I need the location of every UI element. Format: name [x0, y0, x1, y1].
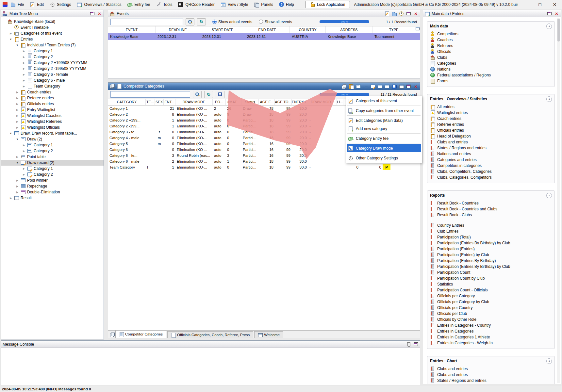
- item-entries-in-categories-1-athlete[interactable]: Entries in Categories 1 Athlete: [430, 334, 552, 340]
- context-menu-item-edit-categories-main-data[interactable]: Edit categories (Main data): [347, 116, 421, 124]
- item-waitinglist-entries[interactable]: Waitinglist entries: [430, 110, 552, 116]
- column-header-entry-f[interactable]: ENTRY F...: [292, 99, 308, 105]
- paste-icon[interactable]: [349, 84, 354, 89]
- item-states-regions-and-entries[interactable]: States / Regions and entries: [430, 145, 552, 151]
- expand-arrow-icon[interactable]: ▶: [22, 50, 26, 53]
- item-entries-in-categories-weigh-in[interactable]: Entries in Categories - Weigh-In: [430, 340, 552, 346]
- lock-application-button[interactable]: Lock Application: [306, 1, 350, 8]
- item-officials-per-category[interactable]: Officials per Category: [430, 293, 552, 299]
- maximize-panel-icon[interactable]: [90, 11, 95, 16]
- events-search-button[interactable]: [186, 18, 194, 25]
- expand-arrow-icon[interactable]: ▶: [22, 79, 26, 82]
- tree-item-event-timetable[interactable]: Event Timetable: [1, 24, 104, 30]
- collapse-section-button[interactable]: »: [546, 24, 552, 29]
- expand-arrow-icon[interactable]: ▶: [15, 120, 19, 123]
- tree-item-category-2[interactable]: ▶Category 2: [1, 172, 104, 177]
- item-participation-count-by-club[interactable]: Participation Count by Club: [430, 275, 552, 281]
- item-participation-entries-by-club[interactable]: Participation (Entries) by Club: [430, 252, 552, 258]
- tab-competitor-categories[interactable]: Competitor Categories: [115, 330, 166, 338]
- categories-search-input[interactable]: [110, 91, 190, 98]
- categories-refresh-button[interactable]: [204, 91, 213, 98]
- item-result-book-countries-and-clubs[interactable]: Result Book - Countries and Clubs: [430, 206, 552, 212]
- tree-item-category-2[interactable]: ▶Category 2: [1, 148, 104, 154]
- expand-arrow-icon[interactable]: ▶: [15, 126, 19, 129]
- item-forms[interactable]: Forms: [430, 78, 552, 84]
- tree-item-category-1[interactable]: ▶Category 1: [1, 48, 104, 54]
- book-icon[interactable]: [392, 84, 397, 89]
- item-result-book-countries[interactable]: Result Book - Countries: [430, 200, 552, 206]
- item-result-book-clubs[interactable]: Result Book - Clubs: [430, 212, 552, 218]
- maximize-button[interactable]: □: [533, 0, 547, 9]
- categories-save-button[interactable]: [216, 91, 224, 98]
- draw-window-icon[interactable]: [356, 84, 361, 89]
- expand-arrow-icon[interactable]: ▶: [22, 56, 26, 58]
- expand-arrow-icon[interactable]: ▶: [15, 114, 19, 117]
- expand-arrow-icon[interactable]: ▶: [15, 179, 19, 182]
- column-header-deadline[interactable]: DEADLINE: [156, 26, 200, 33]
- item-officials-by-other-role[interactable]: Officials by Other Role: [430, 317, 552, 322]
- item-competitors[interactable]: Competitors: [430, 31, 552, 37]
- tab-officials-categories-coach-referee-press[interactable]: Officials Categories, Coach, Referee, Pr…: [167, 331, 253, 338]
- expand-arrow-icon[interactable]: ▶: [9, 197, 13, 200]
- collapse-arrow-icon[interactable]: ▼: [15, 161, 19, 164]
- item-coach-entries[interactable]: Coach entries: [430, 116, 552, 122]
- menu-qrcode-reader[interactable]: QRCode Reader: [175, 0, 217, 9]
- pool-table-icon[interactable]: [377, 84, 382, 89]
- item-officials-per-club[interactable]: Officials per Club: [430, 311, 552, 317]
- tree-item-category-6-male[interactable]: ▶Category 6 - male: [1, 77, 104, 83]
- item-coaches[interactable]: Coaches: [430, 37, 552, 43]
- event-row[interactable]: Knowledge Base2023.12.312023.12.312023.1…: [108, 33, 420, 40]
- collapse-arrow-icon[interactable]: ▼: [15, 44, 19, 47]
- item-entries-in-categories[interactable]: Entries in Categories: [430, 328, 552, 334]
- item-states-regions-and-entries[interactable]: States / Regions and entries: [430, 378, 552, 384]
- column-header-start-date[interactable]: START DATE: [200, 26, 245, 33]
- context-menu-item-copy-categories-from-other-event[interactable]: Copy categories from other event: [347, 106, 421, 115]
- tree-item-knowledge-base-local[interactable]: Knowledge Base (local): [1, 19, 104, 24]
- tree-item-draw-record-2[interactable]: ▼Draw record (2): [1, 160, 104, 166]
- collapse-section-button[interactable]: »: [546, 193, 552, 198]
- tree-item-double-elimination[interactable]: ▶Double-Elimination: [1, 189, 104, 195]
- timetable-icon[interactable]: [399, 11, 404, 16]
- item-club-entries[interactable]: Club Entries: [430, 228, 552, 234]
- expand-arrow-icon[interactable]: ▶: [15, 97, 19, 100]
- item-country-entries[interactable]: Country Entries: [430, 222, 552, 228]
- menu-file[interactable]: File: [8, 0, 27, 9]
- radio-show-all-events[interactable]: Show all events: [259, 20, 292, 24]
- tree-item-waitinglist-officials[interactable]: ▶Waitinglist Officials: [1, 124, 104, 130]
- tree-item-waitinglist-coaches[interactable]: ▶Waitinglist Coaches: [1, 113, 104, 119]
- item-referee-entries[interactable]: Referee entries: [430, 122, 552, 127]
- close-panel-icon[interactable]: [97, 11, 102, 16]
- tree-item-category-2[interactable]: ▶Category 2: [1, 54, 104, 60]
- grid-icon[interactable]: [385, 84, 389, 89]
- expand-arrow-icon[interactable]: ▶: [15, 103, 19, 106]
- item-head-of-delegation[interactable]: Head of Delegation: [430, 133, 552, 139]
- tree-item-category-2-199508-yyyymm[interactable]: ▶Category 2 -199508 YYYYMM: [1, 66, 104, 72]
- collapse-arrow-icon[interactable]: ▼: [15, 138, 19, 141]
- tree-item-team-category[interactable]: ▶Team Category: [1, 83, 104, 89]
- collapse-arrow-icon[interactable]: ▼: [9, 38, 13, 41]
- menu-settings[interactable]: Settings: [47, 0, 74, 9]
- menu-edit[interactable]: Edit: [27, 0, 47, 9]
- column-header-ent[interactable]: ENT...: [164, 99, 175, 105]
- tree-item-referee-entries[interactable]: ▶Referee entries: [1, 95, 104, 101]
- tree-item-category-1[interactable]: ▶Category 1: [1, 142, 104, 148]
- stack-icon[interactable]: [110, 332, 114, 337]
- column-header-te[interactable]: TE...: [146, 99, 155, 105]
- item-participation-entries-by-birthday-by-club[interactable]: Participation (Entries By Birthday) by C…: [430, 264, 552, 270]
- item-officials-entries[interactable]: Officials entries: [430, 127, 552, 133]
- tab-welcome[interactable]: Welcome: [254, 331, 283, 338]
- maximize-panel-icon[interactable]: [406, 84, 411, 89]
- column-header-po[interactable]: PO...: [213, 99, 226, 105]
- maximize-panel-icon[interactable]: [547, 11, 552, 16]
- tree-item-pool-winner[interactable]: ▶Pool winner: [1, 177, 104, 183]
- tree-item-point-table[interactable]: ▶Point table: [1, 154, 104, 160]
- clear-console-icon[interactable]: [406, 342, 411, 347]
- tree-item-categories-of-this-event[interactable]: ▶Categories of this event: [1, 30, 104, 36]
- item-clubs-and-entries[interactable]: Clubs and entries: [430, 372, 552, 378]
- item-entries-in-categories-country[interactable]: Entries in Categories - Country: [430, 322, 552, 328]
- menu-view-style[interactable]: View / Style: [218, 0, 251, 9]
- menu-entry-fee[interactable]: Entry fee: [124, 0, 153, 9]
- context-menu-item-category-entry-fee[interactable]: Category Entry fee: [347, 134, 421, 142]
- expand-arrow-icon[interactable]: ▶: [15, 155, 19, 158]
- item-clubs-competitors-categories[interactable]: Clubs, Competitors, Categories: [430, 169, 552, 174]
